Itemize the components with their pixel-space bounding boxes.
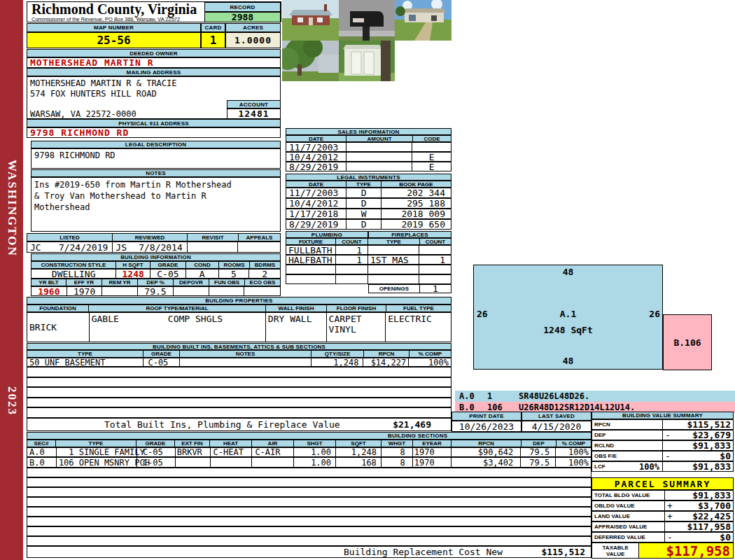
grade-label: GRADE bbox=[150, 261, 186, 269]
bs-heat bbox=[211, 458, 253, 467]
house-driveway-photo bbox=[395, 0, 451, 41]
bs-whgt-label: WHGT bbox=[382, 440, 413, 447]
deppct-value: 79.5 bbox=[138, 287, 174, 295]
bvs-value: - $23,679 bbox=[663, 430, 733, 440]
sale-amount bbox=[346, 162, 412, 171]
taxable-value-label: TAXABLE VALUE bbox=[592, 543, 639, 558]
bs-sec: A.0 bbox=[27, 448, 57, 456]
notes-line-2: & Troy Van Mothershead to Martin R bbox=[34, 190, 232, 202]
notes-box: Ins #2019-650 from Martin R Mothershead … bbox=[31, 177, 281, 232]
li-bookpage-label: BOOK PAGE bbox=[382, 181, 451, 188]
photo-thumbnail-1[interactable] bbox=[282, 0, 339, 41]
bs-comp: 100% bbox=[556, 458, 591, 467]
bvs-pct: 100% bbox=[639, 462, 662, 472]
funobs-value bbox=[209, 287, 245, 295]
fireplace-type bbox=[368, 275, 419, 284]
sale-code: E bbox=[412, 153, 451, 161]
bs-rpcn: $3,402 bbox=[451, 458, 522, 467]
foundation-label: FOUNDATION bbox=[27, 304, 89, 312]
photo-thumbnail-4[interactable] bbox=[282, 41, 339, 81]
li-date: 8/29/2019 bbox=[286, 220, 346, 229]
ps-op: - bbox=[665, 532, 673, 542]
fireplaces-title: FIREPLACES bbox=[368, 231, 451, 238]
parcel-summary-row: APPRAISED VALUE $117,958 bbox=[592, 522, 734, 532]
photo-grid bbox=[282, 0, 451, 81]
county-subtitle: Commissioner of the Revenue, PO Box 366,… bbox=[31, 16, 197, 22]
li-date: 1/17/2018 bbox=[286, 209, 346, 218]
bs-air-label: AIR bbox=[252, 440, 294, 447]
account-value: 12481 bbox=[227, 108, 281, 119]
legend-path: SR48U26L48D26. bbox=[519, 391, 589, 401]
bi-qty-value: 1,248 bbox=[312, 358, 364, 366]
funobs-label: FUN OBS bbox=[209, 279, 245, 286]
plumbing-title: PLUMBING bbox=[286, 231, 368, 238]
bi-type-label: TYPE bbox=[27, 350, 144, 358]
ps-label-text: LAND VALUE bbox=[594, 513, 630, 519]
rooms-value: 5 bbox=[219, 270, 250, 278]
floor-finish-line-2: VINYL bbox=[329, 324, 362, 335]
bs-comp: 100% bbox=[556, 448, 591, 456]
bs-shgt-label: SHGT bbox=[294, 440, 336, 447]
reviewed-label: REVIEWED bbox=[113, 233, 188, 241]
ps-label: LAND VALUE bbox=[592, 512, 665, 521]
bs-eyear: 1970 bbox=[413, 458, 451, 467]
review-values: JC7/24/2019 JS7/8/2014 bbox=[27, 241, 281, 253]
building-sections-title-text: BUILDING SECTIONS bbox=[388, 433, 447, 439]
fixture-count bbox=[336, 275, 368, 284]
ecoobs-value bbox=[244, 287, 280, 295]
sale-code: E bbox=[412, 162, 451, 171]
plumbing-fireplace-row: HALFBATH 1 1ST MAS 1 bbox=[286, 255, 451, 265]
ps-value: - $0 bbox=[665, 533, 733, 542]
building-section-empty-row bbox=[27, 507, 592, 517]
shed-photo bbox=[339, 41, 395, 81]
account-label: ACCOUNT bbox=[227, 100, 281, 108]
photo-thumbnail-5[interactable] bbox=[339, 41, 395, 81]
ps-label: TOTAL BLDG VALUE bbox=[592, 491, 665, 500]
building-section-empty-row bbox=[27, 497, 592, 507]
bvs-label: LCF 100% bbox=[592, 462, 663, 471]
bs-grade: C-05 bbox=[137, 458, 176, 467]
legal-description-text: 9798 RICHMOND RD bbox=[31, 149, 115, 160]
sketch-section-b-label: B.106 bbox=[673, 337, 701, 348]
bvs-amount: $23,679 bbox=[692, 430, 733, 440]
photo-thumbnail-3[interactable] bbox=[395, 0, 451, 41]
fixture-count-label: COUNT bbox=[336, 238, 368, 245]
map-number-value: 25-56 bbox=[27, 32, 201, 48]
sales-headers: DATE AMOUNT CODE bbox=[286, 135, 451, 142]
bvs-label: OBS F/E bbox=[592, 451, 663, 461]
mailing-line-1: MOTHERSHEAD MARTIN R & TRACIE bbox=[30, 78, 177, 89]
legal-row: 8/29/2019 D 2019 650 bbox=[286, 219, 451, 230]
fixture bbox=[286, 265, 336, 274]
li-date: 10/4/2012 bbox=[286, 199, 346, 208]
ps-label-text: OBLDG VALUE bbox=[594, 503, 635, 509]
sales-row: 10/4/2012 E bbox=[286, 152, 451, 162]
legend-num: 1 bbox=[487, 391, 519, 401]
taxable-value-row: TAXABLE VALUE $117,958 bbox=[592, 542, 734, 559]
hsqft-label: H SQFT bbox=[116, 261, 150, 269]
ps-label: APPRAISED VALUE bbox=[592, 522, 665, 531]
mailing-address-label: MAILING ADDRESS bbox=[27, 68, 281, 76]
sales-row: 8/29/2019 E bbox=[286, 162, 451, 172]
notes-line-1: Ins #2019-650 from Martin R Mothershead bbox=[34, 179, 232, 190]
photo-thumbnail-2[interactable] bbox=[339, 0, 395, 41]
li-type: D bbox=[346, 199, 382, 208]
bs-rpcn-label: RPCN bbox=[451, 440, 522, 447]
built-ins-empty-row bbox=[27, 387, 451, 398]
floor-finish-label: FLOOR FINISH bbox=[327, 304, 386, 312]
fireplace-count bbox=[419, 265, 451, 274]
bvs-label: DEP bbox=[592, 430, 663, 440]
cond-label: COND bbox=[186, 261, 219, 269]
bs-heat-label: HEAT bbox=[210, 440, 252, 447]
bvs-value: $91,833 bbox=[663, 441, 733, 450]
bvs-value: $115,512 bbox=[663, 420, 733, 429]
bs-extfin: BRKVR bbox=[176, 448, 211, 456]
plumbing-fireplace-row: FULLBATH 1 bbox=[286, 245, 451, 255]
li-bookpage: 2018 009 bbox=[382, 209, 451, 218]
replacement-cost-value: $115,512 bbox=[541, 547, 585, 557]
sale-date: 11/7/2003 bbox=[286, 143, 346, 151]
legend-num: 106 bbox=[487, 402, 519, 412]
built-ins-empty-row bbox=[27, 398, 451, 407]
taxable-value-amount: $117,958 bbox=[639, 543, 733, 558]
li-bookpage: 2019 650 bbox=[382, 220, 451, 229]
grade-value: C-05 bbox=[150, 270, 186, 278]
